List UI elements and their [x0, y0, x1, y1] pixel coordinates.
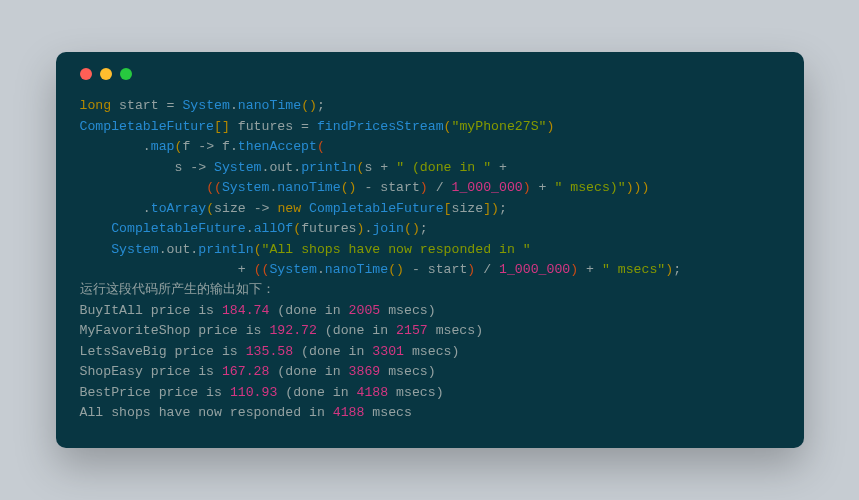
code-token: ()	[388, 262, 404, 277]
code-token: nanoTime	[325, 262, 388, 277]
code-token: .	[159, 242, 167, 257]
code-token: ->	[254, 201, 270, 216]
code-token: new	[277, 201, 301, 216]
code-token	[491, 262, 499, 277]
code-token	[428, 180, 436, 195]
zoom-icon[interactable]	[120, 68, 132, 80]
code-token: out	[167, 242, 191, 257]
code-token: thenAccept	[238, 139, 317, 154]
code-token: (	[293, 221, 301, 236]
output-line: LetsSaveBig price is	[80, 344, 246, 359]
code-token: ->	[198, 139, 214, 154]
code-token: .	[246, 221, 254, 236]
output-ms: 3869	[349, 364, 381, 379]
code-token: nanoTime	[238, 98, 301, 113]
output-line: BuyItAll price is	[80, 303, 222, 318]
code-token: System	[269, 262, 316, 277]
code-token: size	[452, 201, 484, 216]
code-token: join	[372, 221, 404, 236]
code-token	[531, 180, 539, 195]
output-ms: 4188	[357, 385, 389, 400]
code-token: ;	[420, 221, 428, 236]
output-line: MyFavoriteShop price is	[80, 323, 270, 338]
code-token: +	[499, 160, 507, 175]
output-final: All shops have now responded in	[80, 405, 333, 420]
code-token: println	[301, 160, 356, 175]
code-token: (	[301, 98, 309, 113]
code-token: nanoTime	[277, 180, 340, 195]
code-token: allOf	[254, 221, 294, 236]
code-token	[491, 160, 499, 175]
code-token	[80, 221, 112, 236]
output-line: BestPrice price is	[80, 385, 230, 400]
code-token: )))	[626, 180, 650, 195]
code-token: ->	[190, 160, 206, 175]
code-token: CompletableFuture	[111, 221, 246, 236]
code-token: start	[111, 98, 166, 113]
code-token	[80, 180, 207, 195]
code-token: (	[254, 242, 262, 257]
output-price: 167.28	[222, 364, 269, 379]
code-token: s	[364, 160, 380, 175]
code-terminal: long start = System.nanoTime(); Completa…	[56, 52, 804, 447]
code-token: f	[214, 139, 230, 154]
code-token	[388, 160, 396, 175]
code-token: findPricesStream	[317, 119, 444, 134]
code-token: )	[523, 180, 531, 195]
output-line: ShopEasy price is	[80, 364, 222, 379]
code-token: (	[444, 119, 452, 134]
code-token	[444, 180, 452, 195]
window-controls	[80, 68, 780, 80]
code-token: /	[483, 262, 491, 277]
code-token: .	[230, 139, 238, 154]
code-token: start	[420, 262, 467, 277]
code-token: .	[143, 201, 151, 216]
output-price: 192.72	[269, 323, 316, 338]
code-token: )	[309, 98, 317, 113]
code-token: futures	[230, 119, 301, 134]
output-ms: 3301	[372, 344, 404, 359]
code-token: )	[570, 262, 578, 277]
code-token: ()	[341, 180, 357, 195]
code-token: /	[436, 180, 444, 195]
output-label: 运行这段代码所产生的输出如下：	[80, 282, 275, 297]
code-token: +	[238, 262, 246, 277]
code-token	[578, 262, 586, 277]
code-token: System	[214, 160, 261, 175]
code-token	[309, 119, 317, 134]
code-token: "All shops have now responded in "	[262, 242, 531, 257]
code-token: =	[301, 119, 309, 134]
code-token: +	[380, 160, 388, 175]
code-token: 1_000_000	[452, 180, 523, 195]
code-token: (	[317, 139, 325, 154]
minimize-icon[interactable]	[100, 68, 112, 80]
output-price: 110.93	[230, 385, 277, 400]
code-token	[301, 201, 309, 216]
code-token: +	[586, 262, 594, 277]
code-token: " (done in "	[396, 160, 491, 175]
code-token	[594, 262, 602, 277]
code-token: )	[420, 180, 428, 195]
code-content: long start = System.nanoTime(); Completa…	[80, 96, 780, 423]
code-token: s	[80, 160, 191, 175]
code-token	[246, 262, 254, 277]
code-token: -	[412, 262, 420, 277]
output-price: 184.74	[222, 303, 269, 318]
code-token: ((	[254, 262, 270, 277]
code-token: ()	[404, 221, 420, 236]
output-final-ms: 4188	[333, 405, 365, 420]
code-token: )	[546, 119, 554, 134]
code-token	[475, 262, 483, 277]
code-token: .	[230, 98, 238, 113]
code-token: .	[143, 139, 151, 154]
code-token	[404, 262, 412, 277]
code-token: f	[182, 139, 198, 154]
code-token: map	[151, 139, 175, 154]
code-token: .	[293, 160, 301, 175]
close-icon[interactable]	[80, 68, 92, 80]
code-token: start	[372, 180, 419, 195]
output-price: 135.58	[246, 344, 293, 359]
code-token: println	[198, 242, 253, 257]
code-token: ;	[673, 262, 681, 277]
code-token: size	[214, 201, 254, 216]
